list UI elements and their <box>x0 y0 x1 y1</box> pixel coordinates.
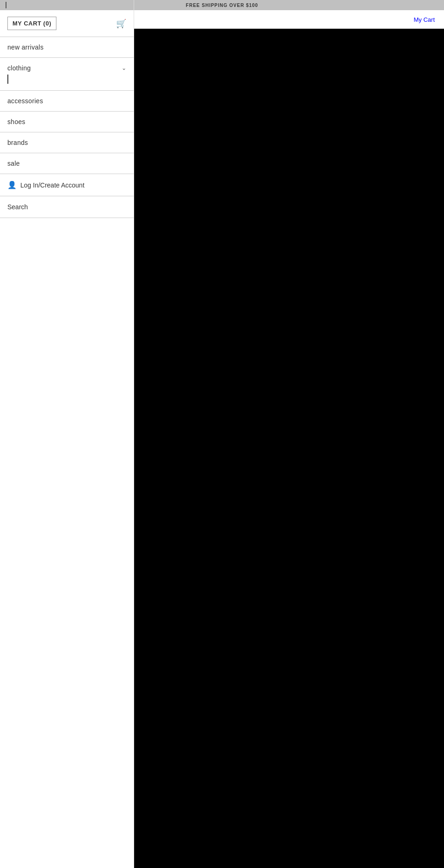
nav-item-label-new-arrivals: new arrivals <box>7 44 43 51</box>
nav-item-label-accessories: accessories <box>7 97 43 105</box>
chevron-down-icon: ⌄ <box>122 65 126 71</box>
sidebar-close-bar <box>6 2 6 8</box>
nav-item-label-brands: brands <box>7 139 28 146</box>
search-label: Search <box>7 203 28 211</box>
nav-item-label-shoes: shoes <box>7 118 25 125</box>
account-label: Log In/Create Account <box>20 181 85 189</box>
sidebar-item-accessories[interactable]: accessories <box>0 91 134 112</box>
sidebar-item-clothing[interactable]: clothing ⌄ <box>0 58 134 75</box>
nav-item-label-sale: sale <box>7 160 20 167</box>
sidebar-item-brands[interactable]: brands <box>0 132 134 153</box>
sidebar-item-shoes[interactable]: shoes <box>0 112 134 132</box>
sidebar-top-bar <box>0 0 134 10</box>
sidebar-account-row[interactable]: 👤 Log In/Create Account <box>0 174 134 196</box>
sidebar-drawer: MY CART (0) 🛒 new arrivals clothing ⌄ ac… <box>0 0 134 868</box>
clothing-expanded-section <box>0 75 134 91</box>
sidebar-item-sale[interactable]: sale <box>0 153 134 174</box>
account-icon: 👤 <box>7 181 17 189</box>
cart-icon: 🛒 <box>116 19 126 29</box>
header-my-cart-link[interactable]: My Cart <box>414 16 435 23</box>
sidebar-cart-row[interactable]: MY CART (0) 🛒 <box>0 10 134 37</box>
nav-item-label-clothing: clothing <box>7 64 31 72</box>
dark-overlay <box>134 0 444 868</box>
sidebar-item-new-arrivals[interactable]: new arrivals <box>0 37 134 58</box>
clothing-sub-indicator <box>7 75 126 84</box>
banner-text: FREE SHIPPING OVER $100 <box>186 3 258 8</box>
sidebar-search-row[interactable]: Search <box>0 196 134 218</box>
sidebar-cart-label: MY CART (0) <box>7 17 56 30</box>
